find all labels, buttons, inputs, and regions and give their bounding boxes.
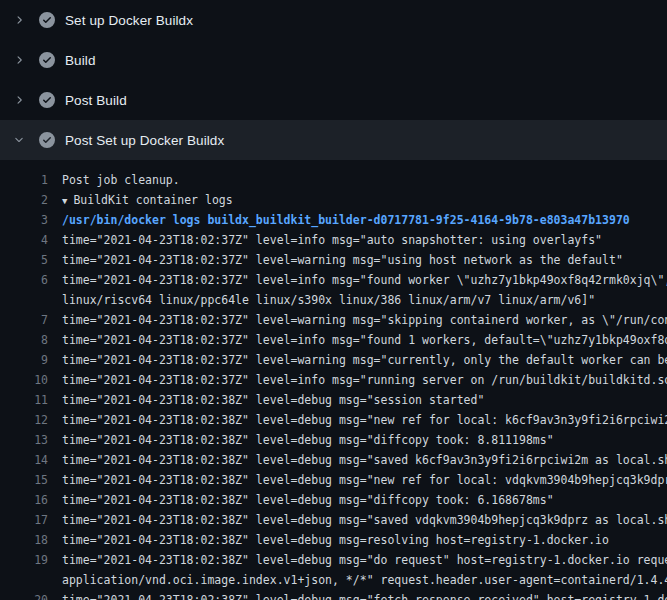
log-line-number[interactable]: 10 <box>0 370 48 390</box>
log-line-5: 5time="2021-04-23T18:02:37Z" level=warni… <box>0 250 667 270</box>
log-text: time="2021-04-23T18:02:37Z" level=info m… <box>48 270 667 290</box>
log-line-13: 13time="2021-04-23T18:02:38Z" level=debu… <box>0 430 667 450</box>
log-text: time="2021-04-23T18:02:38Z" level=debug … <box>48 590 667 600</box>
log-text: time="2021-04-23T18:02:38Z" level=debug … <box>48 450 667 470</box>
log-line-number[interactable]: 2 <box>0 190 48 210</box>
log-text: time="2021-04-23T18:02:37Z" level=warnin… <box>48 350 667 370</box>
log-text: time="2021-04-23T18:02:38Z" level=debug … <box>48 490 554 510</box>
log-line-number[interactable]: 15 <box>0 470 48 490</box>
log-area: 1Post job cleanup.2▼BuildKit container l… <box>0 170 667 600</box>
step-label: Post Set up Docker Buildx <box>65 133 224 148</box>
log-text: time="2021-04-23T18:02:38Z" level=debug … <box>48 430 554 450</box>
log-line-number[interactable]: 6 <box>0 270 48 290</box>
log-line-14: 14time="2021-04-23T18:02:38Z" level=debu… <box>0 450 667 470</box>
log-line-continuation: application/vnd.oci.image.index.v1+json,… <box>0 570 667 590</box>
log-line-number <box>0 570 48 590</box>
log-line-11: 11time="2021-04-23T18:02:38Z" level=debu… <box>0 390 667 410</box>
log-text: Post job cleanup. <box>48 170 180 190</box>
log-group-header[interactable]: ▼BuildKit container logs <box>48 190 233 210</box>
log-line-number[interactable]: 20 <box>0 590 48 600</box>
log-text: time="2021-04-23T18:02:37Z" level=info m… <box>48 330 667 350</box>
log-line-number[interactable]: 4 <box>0 230 48 250</box>
log-line-number[interactable]: 1 <box>0 170 48 190</box>
log-line-12: 12time="2021-04-23T18:02:38Z" level=debu… <box>0 410 667 430</box>
log-command-text: /usr/bin/docker logs buildx_buildkit_bui… <box>48 210 630 230</box>
log-line-18: 18time="2021-04-23T18:02:38Z" level=debu… <box>0 530 667 550</box>
log-text: linux/riscv64 linux/ppc64le linux/s390x … <box>48 290 595 310</box>
log-line-16: 16time="2021-04-23T18:02:38Z" level=debu… <box>0 490 667 510</box>
log-line-number[interactable]: 14 <box>0 450 48 470</box>
log-line-number[interactable]: 17 <box>0 510 48 530</box>
log-line-10: 10time="2021-04-23T18:02:37Z" level=info… <box>0 370 667 390</box>
log-text: time="2021-04-23T18:02:38Z" level=debug … <box>48 390 484 410</box>
log-group-label: BuildKit container logs <box>73 193 232 207</box>
triangle-down-icon: ▼ <box>62 191 67 211</box>
log-line-1: 1Post job cleanup. <box>0 170 667 190</box>
step-label: Build <box>65 53 96 68</box>
log-line-8: 8time="2021-04-23T18:02:37Z" level=info … <box>0 330 667 350</box>
log-line-number <box>0 290 48 310</box>
check-circle-icon <box>39 12 55 28</box>
log-line-3: 3/usr/bin/docker logs buildx_buildkit_bu… <box>0 210 667 230</box>
log-line-number[interactable]: 9 <box>0 350 48 370</box>
log-line-number[interactable]: 19 <box>0 550 48 570</box>
chevron-right-icon <box>13 14 25 26</box>
log-line-19: 19time="2021-04-23T18:02:38Z" level=debu… <box>0 550 667 570</box>
log-text: time="2021-04-23T18:02:37Z" level=info m… <box>48 370 667 390</box>
chevron-down-icon <box>13 134 25 146</box>
log-text: time="2021-04-23T18:02:38Z" level=debug … <box>48 530 609 550</box>
log-text: time="2021-04-23T18:02:38Z" level=debug … <box>48 470 667 490</box>
check-circle-icon <box>39 52 55 68</box>
step-header-post-set-up-docker-buildx[interactable]: Post Set up Docker Buildx <box>0 120 667 160</box>
workflow-steps-list: Set up Docker BuildxBuildPost BuildPost … <box>0 0 667 160</box>
log-line-6: 6time="2021-04-23T18:02:37Z" level=info … <box>0 270 667 290</box>
step-label: Set up Docker Buildx <box>65 13 193 28</box>
log-line-number[interactable]: 3 <box>0 210 48 230</box>
log-text: time="2021-04-23T18:02:38Z" level=debug … <box>48 410 667 430</box>
step-label: Post Build <box>65 93 127 108</box>
log-text: application/vnd.oci.image.index.v1+json,… <box>48 570 667 590</box>
log-line-number[interactable]: 7 <box>0 310 48 330</box>
log-line-number[interactable]: 12 <box>0 410 48 430</box>
step-header-set-up-docker-buildx[interactable]: Set up Docker Buildx <box>0 0 667 40</box>
log-text: time="2021-04-23T18:02:37Z" level=warnin… <box>48 250 623 270</box>
log-text: time="2021-04-23T18:02:37Z" level=info m… <box>48 230 602 250</box>
log-line-number[interactable]: 8 <box>0 330 48 350</box>
log-line-7: 7time="2021-04-23T18:02:37Z" level=warni… <box>0 310 667 330</box>
log-line-number[interactable]: 18 <box>0 530 48 550</box>
log-line-number[interactable]: 13 <box>0 430 48 450</box>
log-text: time="2021-04-23T18:02:38Z" level=debug … <box>48 550 667 570</box>
log-line-number[interactable]: 16 <box>0 490 48 510</box>
log-text: time="2021-04-23T18:02:37Z" level=warnin… <box>48 310 667 330</box>
log-line-9: 9time="2021-04-23T18:02:37Z" level=warni… <box>0 350 667 370</box>
log-line-15: 15time="2021-04-23T18:02:38Z" level=debu… <box>0 470 667 490</box>
log-line-number[interactable]: 11 <box>0 390 48 410</box>
check-circle-icon <box>39 132 55 148</box>
step-header-build[interactable]: Build <box>0 40 667 80</box>
log-text: time="2021-04-23T18:02:38Z" level=debug … <box>48 510 667 530</box>
log-line-4: 4time="2021-04-23T18:02:37Z" level=info … <box>0 230 667 250</box>
chevron-right-icon <box>13 94 25 106</box>
log-line-17: 17time="2021-04-23T18:02:38Z" level=debu… <box>0 510 667 530</box>
log-line-continuation: linux/riscv64 linux/ppc64le linux/s390x … <box>0 290 667 310</box>
log-line-20: 20time="2021-04-23T18:02:38Z" level=debu… <box>0 590 667 600</box>
log-line-2: 2▼BuildKit container logs <box>0 190 667 210</box>
chevron-right-icon <box>13 54 25 66</box>
step-header-post-build[interactable]: Post Build <box>0 80 667 120</box>
log-line-number[interactable]: 5 <box>0 250 48 270</box>
check-circle-icon <box>39 92 55 108</box>
